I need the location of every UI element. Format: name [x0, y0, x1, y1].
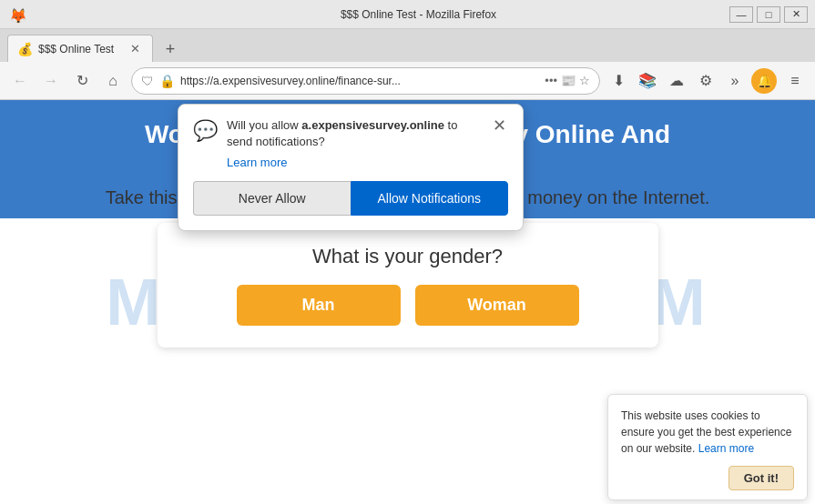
notif-chat-icon: 💬 — [193, 119, 218, 143]
close-button[interactable]: ✕ — [784, 6, 808, 23]
minimize-button[interactable]: — — [729, 6, 753, 23]
back-button[interactable]: ← — [7, 68, 33, 94]
more-icon[interactable]: ••• — [545, 74, 557, 87]
got-it-button[interactable]: Got it! — [728, 466, 794, 490]
reload-button[interactable]: ↻ — [69, 68, 95, 94]
notification-bell[interactable]: 🔔 — [751, 68, 777, 94]
tab-bar: 💰 $$$ Online Test ✕ + — [0, 29, 815, 62]
lock-icon: 🔒 — [159, 74, 175, 88]
tab-label: $$$ Online Test — [38, 43, 114, 55]
notif-body: Will you allow a.expensivesurvey.online … — [227, 117, 482, 170]
security-icon: 🛡 — [141, 74, 154, 88]
tab-favicon: 💰 — [17, 42, 33, 56]
home-button[interactable]: ⌂ — [100, 68, 126, 94]
window-title: $$$ Online Test - Mozilla Firefox — [31, 8, 806, 21]
active-tab[interactable]: 💰 $$$ Online Test ✕ — [7, 35, 153, 62]
forward-button[interactable]: → — [38, 68, 64, 94]
tab-close-button[interactable]: ✕ — [127, 41, 143, 57]
firefox-icon: 🦊 — [9, 7, 24, 22]
gender-box: What is your gender? Man Woman — [158, 223, 658, 348]
page-content: MYANTIVIР...COM Would You Like To Make M… — [0, 100, 815, 504]
window-controls: — □ ✕ — [729, 6, 808, 23]
allow-notifications-button[interactable]: Allow Notifications — [351, 181, 509, 216]
address-actions: ••• 📰 ☆ — [545, 74, 590, 87]
nav-bar: ← → ↻ ⌂ 🛡 🔒 https://a.expensivesurvey.on… — [0, 62, 815, 100]
nav-extra-buttons: ⬇ 📚 ☁ ⚙ » 🔔 — [606, 68, 777, 94]
notif-learn-more-link[interactable]: Learn more — [227, 156, 287, 169]
cookie-btn-row: Got it! — [621, 466, 794, 490]
never-allow-button[interactable]: Never Allow — [193, 181, 351, 216]
pocket-icon[interactable]: 📰 — [561, 74, 576, 87]
gender-question: What is your gender? — [185, 245, 631, 268]
title-bar: 🦊 $$$ Online Test - Mozilla Firefox — □ … — [0, 0, 815, 29]
man-button[interactable]: Man — [237, 285, 401, 326]
sync-button[interactable]: ☁ — [664, 68, 689, 94]
woman-button[interactable]: Woman — [415, 285, 579, 326]
cookie-text: This website uses cookies to ensure you … — [621, 408, 794, 457]
menu-button[interactable]: ≡ — [782, 68, 808, 94]
settings-button[interactable]: ⚙ — [693, 68, 718, 94]
extensions-button[interactable]: » — [722, 68, 748, 94]
cookie-notice: This website uses cookies to ensure you … — [607, 394, 808, 500]
notif-domain: a.expensivesurvey.online — [301, 118, 444, 132]
gender-buttons: Man Woman — [185, 285, 631, 326]
url-text: https://a.expensivesurvey.online/finance… — [180, 75, 539, 87]
bookmark-icon[interactable]: ☆ — [579, 74, 590, 87]
cookie-learn-more-link[interactable]: Learn more — [698, 442, 754, 455]
bell-icon: 🔔 — [757, 74, 772, 88]
new-tab-button[interactable]: + — [157, 36, 184, 62]
notif-actions: Never Allow Allow Notifications — [193, 181, 508, 216]
notif-header: 💬 Will you allow a.expensivesurvey.onlin… — [193, 117, 508, 170]
maximize-button[interactable]: □ — [757, 6, 780, 23]
notif-close-button[interactable]: ✕ — [491, 117, 508, 134]
library-button[interactable]: 📚 — [635, 68, 660, 94]
address-bar[interactable]: 🛡 🔒 https://a.expensivesurvey.online/fin… — [131, 67, 600, 95]
notification-popup: 💬 Will you allow a.expensivesurvey.onlin… — [178, 104, 524, 231]
notif-title-text: Will you allow a.expensivesurvey.online … — [227, 117, 482, 150]
download-button[interactable]: ⬇ — [606, 68, 631, 94]
